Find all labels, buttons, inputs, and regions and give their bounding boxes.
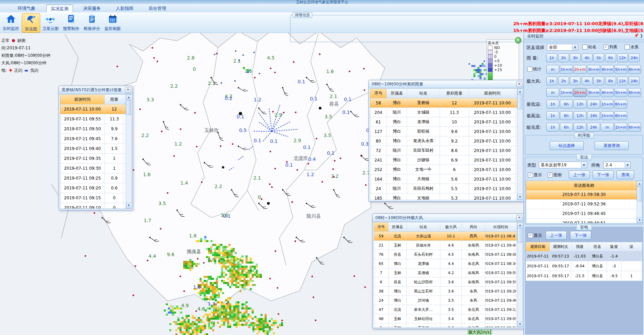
menu-tab-人影指挥[interactable]: 人影指挥 xyxy=(112,5,138,12)
radar-type-select[interactable]: 基本反射率19▼ xyxy=(539,162,587,168)
table-row[interactable]: 80博白老虎头水库9.22019-07-11 10:00 xyxy=(370,136,522,146)
sidebar-button-2h[interactable]: 2h xyxy=(558,53,569,62)
sidebar-button-5h+m[interactable]: 5h+m xyxy=(614,88,627,97)
scroll-up-icon[interactable]: ▲ xyxy=(517,222,523,228)
sidebar-button-4h+m[interactable]: 4h+m xyxy=(601,65,614,74)
sidebar-button-6h[interactable]: 6h xyxy=(560,111,573,120)
sidebar-button-24h[interactable]: 24h xyxy=(587,123,600,132)
sidebar-button-12h[interactable]: 12h xyxy=(574,100,586,108)
sidebar-button-6h+m[interactable]: 6h+m xyxy=(628,88,641,97)
radar-list-item[interactable]: 2019-07-11 09:46:45 xyxy=(526,209,642,219)
checkbox-show-lightning[interactable]: ✓ xyxy=(528,233,533,238)
sidebar-button-12h[interactable]: 12h xyxy=(617,77,628,85)
menu-tab-环境气象[interactable]: 环境气象 xyxy=(14,5,40,12)
sidebar-button-5h[interactable]: 5h xyxy=(593,77,604,85)
table-row[interactable]: 48玉林玉林站旧址3.4东北风2019-07-11 09:09 xyxy=(374,314,522,323)
sidebar-button-1h[interactable]: 1h xyxy=(546,111,559,120)
radar-list-item[interactable]: 2019-07-11 09:40:51 xyxy=(526,219,642,223)
scroll-thumb[interactable] xyxy=(517,94,523,109)
sidebar-button-12h[interactable]: 12h xyxy=(574,111,586,120)
lightning-row[interactable]: 2019-07-1109:55:17-8.04博白县-3 xyxy=(526,261,642,271)
sidebar-button-3h[interactable]: 3h xyxy=(570,77,581,85)
close-icon[interactable]: ✕ xyxy=(125,87,131,93)
sidebar-button-4h[interactable]: 4h xyxy=(582,77,593,85)
sidebar-button-m[interactable]: m xyxy=(601,123,614,132)
table-row[interactable]: 127博白双旺镇9.62019-07-11 10:00 xyxy=(370,127,522,136)
district-select[interactable]: 全部▼ xyxy=(547,44,578,51)
checkbox-水系[interactable] xyxy=(625,45,630,50)
sidebar-button-1h+m[interactable]: 1h+m xyxy=(560,88,573,97)
sidebar-button-m[interactable]: m xyxy=(546,88,559,97)
radar-next-button[interactable]: 下一张 xyxy=(593,170,614,179)
table-row[interactable]: 2019-07-11 09:457.6 xyxy=(60,134,131,144)
scroll-down-icon[interactable]: ▼ xyxy=(517,194,523,200)
scroll-thumb[interactable] xyxy=(517,228,523,243)
table-row[interactable]: 2019-07-11 09:351 xyxy=(60,154,131,164)
sidebar-button-6h+m[interactable]: 6h+m xyxy=(614,100,627,108)
checkbox-show-radar[interactable]: ✓ xyxy=(528,172,533,178)
sidebar-button-24h[interactable]: 24h xyxy=(629,77,640,85)
scroll-down-icon[interactable]: ▼ xyxy=(126,203,131,208)
table-row[interactable]: 21玉林苏烟水库4.6东南风2019-07-11 09:49 xyxy=(374,241,522,250)
sidebar-button-1h+m[interactable]: 1h+m xyxy=(614,123,627,132)
radar-list-item[interactable]: 2019-07-11 09:58:30 xyxy=(526,190,642,200)
table-scrollbar[interactable]: ▲▼ xyxy=(126,95,131,208)
table-row[interactable]: 2019-07-11 10:0012 xyxy=(60,104,131,114)
sidebar-button-6h[interactable]: 6h xyxy=(605,77,616,85)
table-row[interactable]: 65博白龙潭镇4.4东北风2019-07-11 08:34 xyxy=(374,259,522,268)
table-row[interactable]: 61博白龙潭镇102019-07-11 10:00 xyxy=(370,117,522,127)
sidebar-button-2h+m[interactable]: 2h+m xyxy=(574,88,586,97)
sidebar-button-2h+m[interactable]: 2h+m xyxy=(574,65,586,74)
scroll-up-icon[interactable]: ▲ xyxy=(517,89,523,95)
scroll-up-icon[interactable]: ▲ xyxy=(126,95,131,100)
sidebar-button-2h[interactable]: 2h xyxy=(558,77,569,85)
table-row[interactable]: 47北流新丰大罗...3.5东北风2019-07-11 09:12 xyxy=(374,305,522,314)
table-scrollbar[interactable]: ▲▼ xyxy=(517,222,522,327)
scroll-thumb[interactable] xyxy=(126,100,131,115)
menu-tab-实况监测[interactable]: 实况监测 xyxy=(46,5,73,12)
chevron-down-icon[interactable]: ▼ xyxy=(625,162,630,168)
checkbox-列表[interactable]: ✓ xyxy=(603,45,609,50)
radar-prev-button[interactable]: 上一张 xyxy=(569,170,590,179)
lightning-row[interactable]: 2019-07-1109:57:13-11.03博白县-1.4 xyxy=(526,251,642,261)
table-row[interactable]: 58博白英桥镇122019-07-11 10:00 xyxy=(370,98,522,108)
scroll-up-icon[interactable]: ▲ xyxy=(637,181,642,187)
close-icon[interactable]: ✕ xyxy=(516,215,522,221)
toolbar-button-卫星云图[interactable]: 卫星云图 xyxy=(41,13,60,32)
radar-query-button[interactable]: 查询 xyxy=(616,170,634,179)
radar-list-item[interactable]: 2019-07-11 09:52:36 xyxy=(526,200,642,209)
sidebar-button-1h+m[interactable]: 1h+m xyxy=(601,100,614,108)
close-icon[interactable]: ✕ xyxy=(516,81,522,87)
chevron-down-icon[interactable]: ▼ xyxy=(581,162,586,168)
table-row[interactable]: 6容县松山沙田村3.6东南风2019-07-11 09:59 xyxy=(374,278,522,287)
sidebar-button-4h[interactable]: 4h xyxy=(582,53,593,62)
sidebar-button-m[interactable]: m xyxy=(546,65,559,74)
sidebar-button-24h[interactable]: 24h xyxy=(629,53,640,62)
sidebar-button-4h+m[interactable]: 4h+m xyxy=(601,88,614,97)
table-row[interactable]: 185博白文地镇5.32019-07-11 10:00 xyxy=(370,194,522,200)
toolbar-button-检验评分[interactable]: 检验评分 xyxy=(82,13,102,32)
sidebar-button-1h[interactable]: 1h xyxy=(546,77,557,85)
table-row[interactable]: 24博白沙河镇3.5东风2019-07-11 09:46 xyxy=(374,296,522,305)
sidebar-button-6h[interactable]: 6h xyxy=(605,53,616,62)
sidebar-button-1h[interactable]: 1h xyxy=(546,123,559,132)
sidebar-button-12h[interactable]: 12h xyxy=(574,123,586,132)
table-row[interactable]: 164博白大垌镇5.62019-07-11 10:00 xyxy=(370,174,522,184)
sidebar-button-6h[interactable]: 6h xyxy=(560,123,573,132)
sidebar-button-3h[interactable]: 3h xyxy=(570,53,581,62)
sidebar-button-5h+m[interactable]: 5h+m xyxy=(614,65,627,74)
table-row[interactable]: 59北流大容山顶10.1西风2019-07-11 08:47 xyxy=(374,232,522,241)
table-row[interactable]: 5玉林石南镇3.3东北风2019-07-11 09:59 xyxy=(374,323,522,328)
lightning-next-button[interactable]: 下一张 xyxy=(570,231,591,240)
table-row[interactable]: 2019-07-11 09:509.9 xyxy=(60,124,131,134)
sidebar-button-3h+m[interactable]: 3h+m xyxy=(587,65,600,74)
toolbar-button-雷达图[interactable]: 雷达图 xyxy=(22,13,40,33)
direct-query-button[interactable]: 直接查询 xyxy=(595,141,629,150)
table-row[interactable]: 38博白凤山立石村3.6东风2019-07-11 09:26 xyxy=(374,287,522,296)
lightning-prev-button[interactable]: 上一张 xyxy=(546,231,567,240)
checkbox-站名[interactable] xyxy=(582,45,587,50)
sidebar-button-3h+m[interactable]: 3h+m xyxy=(587,88,600,97)
table-row[interactable]: 24陆川良田石垌村5.52019-07-11 10:00 xyxy=(370,184,522,194)
table-row[interactable]: 2019-07-11 09:150 xyxy=(60,193,131,203)
sidebar-button-6h+m[interactable]: 6h+m xyxy=(628,123,641,132)
